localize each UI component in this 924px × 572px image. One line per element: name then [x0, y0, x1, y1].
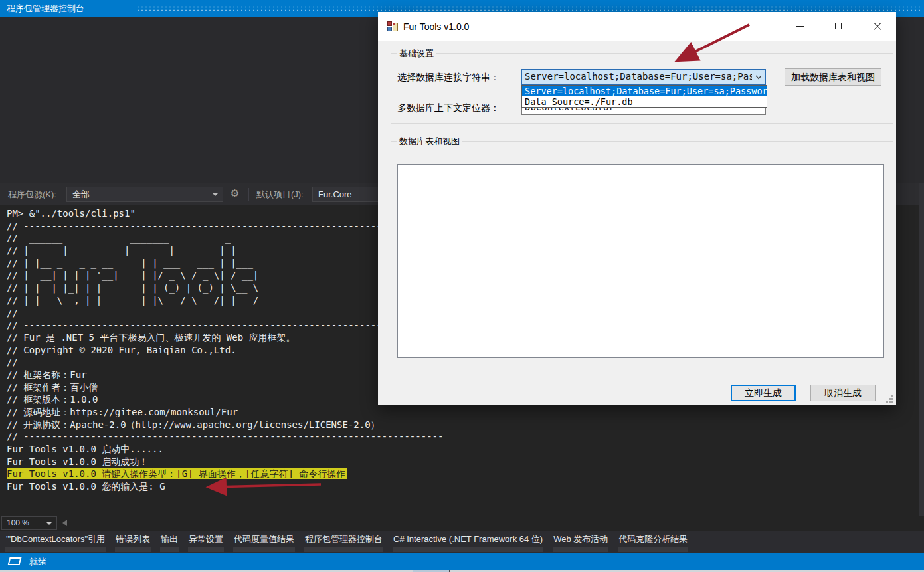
chevron-down-icon	[755, 75, 762, 80]
basic-settings-group-label: 基础设置	[397, 48, 436, 60]
tables-views-listbox[interactable]	[397, 164, 884, 358]
bottom-tab-strip	[553, 547, 608, 552]
connection-string-option[interactable]: Data Source=./Fur.db	[522, 96, 767, 107]
connection-string-label: 选择数据库连接字符串：	[397, 72, 500, 84]
bottom-tab[interactable]: C# Interactive (.NET Framework 64 位)	[393, 531, 543, 553]
bottom-tab-label: Web 发布活动	[553, 531, 608, 547]
dialog-titlebar[interactable]: Fur Tools v1.0.0	[378, 12, 896, 41]
default-project-value: Fur.Core	[318, 189, 352, 199]
minimize-button[interactable]	[785, 12, 815, 41]
dbcontext-locator-label: 多数据库上下文定位器：	[397, 102, 500, 114]
package-source-combobox[interactable]: 全部	[66, 187, 223, 202]
maximize-icon	[835, 23, 842, 29]
bottom-tab[interactable]: Web 发布活动	[553, 531, 608, 553]
bottom-tab[interactable]: 异常设置	[188, 531, 224, 553]
connection-string-dropdown: Server=localhost;Database=Fur;User=sa;Pa…	[521, 85, 767, 108]
minimize-icon	[796, 26, 804, 27]
bottom-tab-label: 输出	[160, 531, 179, 547]
status-bar: 就绪	[0, 553, 924, 570]
bottom-tab[interactable]: 错误列表	[115, 531, 151, 553]
bottom-tab-strip	[5, 547, 106, 552]
bottom-tab-label: 代码克隆分析结果	[618, 531, 688, 547]
bottom-tab-label: 错误列表	[115, 531, 151, 547]
console-line: // 源码地址：https://gitee.com/monksoul/Fur	[7, 406, 924, 419]
bottom-tab-label: 代码度量值结果	[233, 531, 295, 547]
cancel-generate-button[interactable]: 取消生成	[810, 385, 876, 401]
bottom-tab[interactable]: '"DbContextLocators"引用	[5, 531, 106, 553]
console-line: Fur Tools v1.0.0 启动成功！	[7, 456, 924, 468]
connection-string-value: Server=localhost;Database=Fur;User=sa;Pa…	[525, 71, 752, 82]
bottom-tab-bar: '"DbContextLocators"引用错误列表输出异常设置代码度量值结果程…	[0, 531, 924, 553]
connection-string-option[interactable]: Server=localhost;Database=Fur;User=sa;Pa…	[522, 86, 767, 96]
resize-grip-icon[interactable]	[885, 395, 894, 403]
package-source-value: 全部	[72, 189, 90, 199]
bottom-tab-strip	[115, 547, 151, 552]
bottom-tab-strip	[304, 547, 383, 552]
bottom-tab[interactable]: 输出	[160, 531, 179, 553]
bottom-tab[interactable]: 代码克隆分析结果	[618, 531, 688, 553]
vs-window: 程序包管理器控制台 程序包源(K): 全部 ⚙ 默认项目(J): Fur.Cor…	[0, 0, 924, 572]
console-bottom-bar: 100 %	[0, 516, 924, 531]
dialog-title: Fur Tools v1.0.0	[403, 12, 469, 41]
bottom-tab-label: C# Interactive (.NET Framework 64 位)	[393, 531, 543, 547]
console-line: Fur Tools v1.0.0 启动中......	[7, 443, 924, 456]
status-text: 就绪	[29, 553, 46, 570]
generate-button[interactable]: 立即生成	[731, 385, 796, 401]
close-button[interactable]	[862, 12, 893, 41]
app-icon	[387, 21, 398, 32]
bottom-tab[interactable]: 代码度量值结果	[233, 531, 295, 553]
bottom-tab-strip	[618, 547, 688, 552]
bottom-tab-label: 异常设置	[188, 531, 224, 547]
bottom-tab[interactable]: 程序包管理器控制台	[304, 531, 383, 553]
console-line: // -------------------------------------…	[7, 430, 924, 443]
bottom-tab-strip	[160, 547, 179, 552]
bottom-tab-label: 程序包管理器控制台	[304, 531, 383, 547]
chevron-down-icon	[46, 522, 52, 525]
bottom-tab-strip	[233, 547, 295, 552]
default-project-label: 默认项目(J):	[256, 183, 304, 205]
console-line: Fur Tools v1.0.0 请键入操作类型：[G] 界面操作，[任意字符]…	[7, 468, 924, 480]
console-scrollbar[interactable]	[919, 183, 924, 525]
console-line: // 开源协议：Apache-2.0（http://www.apache.org…	[7, 419, 924, 431]
zoom-dropdown-button[interactable]	[43, 517, 56, 529]
bottom-tab-strip	[393, 547, 543, 552]
pmc-panel-title: 程序包管理器控制台	[7, 0, 84, 17]
scroll-left-arrow-icon[interactable]	[62, 520, 67, 526]
chevron-down-icon	[213, 193, 218, 196]
package-source-label: 程序包源(K):	[8, 183, 56, 205]
console-line: Fur Tools v1.0.0 您的输入是: G	[7, 480, 924, 493]
load-tables-button[interactable]: 加载数据库表和视图	[785, 68, 881, 86]
zoom-level-value: 100 %	[2, 517, 43, 529]
status-window-icon	[8, 557, 22, 565]
fur-tools-dialog: Fur Tools v1.0.0 基础设置 选择数据库连接字符串： Server…	[378, 12, 896, 405]
tables-views-group-label: 数据库表和视图	[397, 136, 462, 147]
bottom-tab-strip	[188, 547, 224, 552]
toolbar-separator	[248, 188, 249, 201]
connection-string-combobox[interactable]: Server=localhost;Database=Fur;User=sa;Pa…	[521, 69, 766, 85]
zoom-level-combobox[interactable]: 100 %	[1, 516, 57, 530]
gear-icon[interactable]: ⚙	[231, 187, 239, 199]
bottom-tab-label: '"DbContextLocators"引用	[5, 531, 106, 547]
maximize-button[interactable]	[823, 12, 854, 41]
